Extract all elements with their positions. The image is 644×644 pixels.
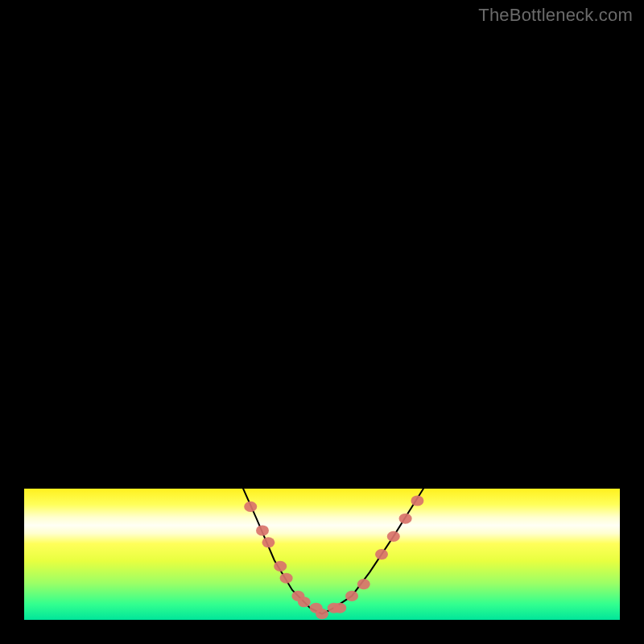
highlight-point bbox=[357, 579, 370, 589]
highlight-points bbox=[244, 495, 423, 619]
bottleneck-curve bbox=[42, 24, 602, 614]
chart-frame: TheBottleneck.com bbox=[0, 0, 644, 644]
highlight-point bbox=[399, 514, 412, 524]
highlight-point bbox=[274, 561, 287, 572]
highlight-point bbox=[280, 573, 293, 584]
highlight-point bbox=[262, 537, 275, 547]
highlight-point bbox=[316, 609, 328, 619]
highlight-point bbox=[387, 531, 400, 542]
highlight-point bbox=[256, 525, 269, 535]
highlight-point bbox=[375, 549, 388, 559]
chart-svg bbox=[24, 24, 620, 620]
highlight-point bbox=[411, 495, 423, 506]
highlight-point bbox=[345, 591, 358, 601]
watermark-text: TheBottleneck.com bbox=[478, 5, 633, 26]
highlight-point bbox=[244, 502, 257, 512]
highlight-point bbox=[333, 603, 346, 613]
highlight-point bbox=[298, 597, 311, 607]
